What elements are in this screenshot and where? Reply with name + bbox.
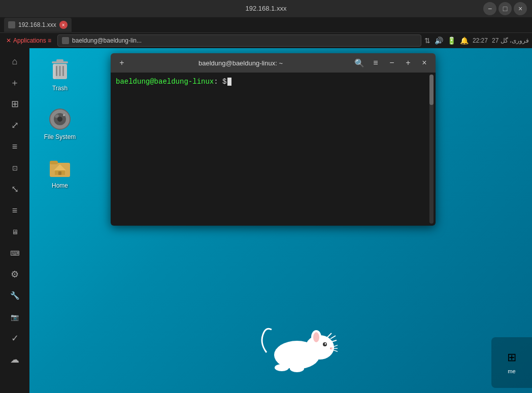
terminal-search-button[interactable]: 🔍 <box>352 56 367 70</box>
terminal-minimize-button[interactable]: − <box>385 56 399 70</box>
terminal-prompt: baeldung@baeldung-linux : $ <box>116 78 430 86</box>
sidebar: ⌂ ＋ ⊞ ⤢ ≡ ⊡ ⤡ ≡ 🖥 ⌨ ⚙ 🔧 📷 ✓ ☁ <box>0 48 29 393</box>
address-favicon <box>62 37 69 44</box>
svg-line-29 <box>327 333 331 337</box>
sidebar-camera-button[interactable]: 📷 <box>5 308 25 326</box>
svg-point-27 <box>275 364 289 371</box>
nav-bar: ✕ Applications ≡ baeldung@baeldung-lin..… <box>0 32 532 48</box>
close-button[interactable]: × <box>514 2 527 15</box>
main-content: ⌂ ＋ ⊞ ⤢ ≡ ⊡ ⤡ ≡ 🖥 ⌨ ⚙ 🔧 📷 ✓ ☁ <box>0 48 532 393</box>
minimize-button[interactable]: − <box>483 2 496 15</box>
terminal-cursor <box>227 78 231 86</box>
sidebar-select-button[interactable]: ⊡ <box>5 159 25 177</box>
trash-icon <box>49 58 71 83</box>
svg-rect-1 <box>56 59 63 62</box>
svg-point-28 <box>290 365 304 372</box>
filesystem-label: File System <box>44 133 76 140</box>
battery-icon: 🔋 <box>447 37 456 45</box>
tab-close-button[interactable]: × <box>59 21 68 29</box>
network-icon: ⇅ <box>424 37 430 45</box>
mouse-mascot-svg <box>256 322 338 373</box>
svg-rect-6 <box>53 64 56 79</box>
svg-point-20 <box>313 332 319 342</box>
home-icon-img <box>48 156 72 180</box>
address-bar[interactable]: baeldung@baeldung-lin... <box>57 34 421 47</box>
terminal-body[interactable]: baeldung@baeldung-linux : $ <box>111 73 436 226</box>
terminal-titlebar: + baeldung@baeldung-linux: ~ 🔍 ≡ − + × <box>111 53 436 73</box>
tab-bar: 192.168.1.xxx × <box>0 17 532 32</box>
terminal-title: baeldung@baeldung-linux: ~ <box>133 59 348 67</box>
svg-point-22 <box>325 343 326 345</box>
sidebar-cloud-button[interactable]: ☁ <box>5 350 25 369</box>
window-controls: − □ × <box>483 2 527 15</box>
applications-button[interactable]: ✕ Applications ≡ <box>3 36 54 45</box>
tab-favicon <box>8 21 15 28</box>
trash-icon-img <box>48 58 72 83</box>
filesystem-icon <box>49 108 71 130</box>
terminal-scrollbar[interactable] <box>429 75 434 224</box>
desktop-icon-filesystem[interactable]: File System <box>40 107 80 140</box>
browser-tab[interactable]: 192.168.1.xxx × <box>4 18 72 32</box>
svg-rect-3 <box>56 66 57 76</box>
filesystem-icon-img <box>48 107 72 131</box>
sidebar-display-button[interactable]: 🖥 <box>5 223 25 241</box>
svg-point-10 <box>63 114 65 116</box>
sidebar-menu-button[interactable]: ≡ <box>5 137 25 156</box>
sidebar-check-button[interactable]: ✓ <box>5 329 25 347</box>
mouse-mascot <box>256 322 338 373</box>
address-text: baeldung@baeldung-lin... <box>72 37 142 44</box>
terminal-close-button[interactable]: × <box>417 56 431 70</box>
svg-point-9 <box>57 117 62 122</box>
sidebar-fullscreen-button[interactable]: ⤢ <box>5 116 25 134</box>
panel-grid-icon: ⊞ <box>507 351 516 364</box>
terminal-scrollbar-thumb <box>429 75 434 105</box>
window-title: 192.168.1.xxx <box>246 5 287 12</box>
terminal-menu-button[interactable]: ≡ <box>369 56 383 70</box>
applications-label: Applications ≡ <box>13 37 51 44</box>
tab-label: 192.168.1.xxx <box>18 21 56 28</box>
svg-rect-16 <box>58 171 61 175</box>
desktop-icon-trash[interactable]: Trash <box>40 58 80 92</box>
nav-right: ⇅ 🔊 🔋 🔔 22:27 27 فروری، گل <box>424 37 529 45</box>
panel-me-label: me <box>508 368 515 374</box>
date-display: 27 فروری، گل <box>492 37 529 44</box>
desktop-icon-home[interactable]: Home <box>40 156 80 189</box>
svg-rect-4 <box>59 66 61 76</box>
prompt-symbol: : $ <box>214 78 226 86</box>
svg-line-31 <box>331 340 337 342</box>
home-label: Home <box>52 182 68 189</box>
terminal-new-tab-button[interactable]: + <box>115 56 129 70</box>
bell-icon: 🔔 <box>460 37 469 45</box>
home-icon <box>49 157 71 179</box>
maximize-button[interactable]: □ <box>498 2 512 15</box>
desktop: Trash <box>29 48 532 393</box>
browser-chrome: 192.168.1.xxx − □ × 192.168.1.xxx × ✕ Ap… <box>0 0 532 48</box>
prompt-user: baeldung@baeldung-linux <box>116 78 214 86</box>
terminal-window: + baeldung@baeldung-linux: ~ 🔍 ≡ − + × b… <box>111 53 436 226</box>
svg-rect-5 <box>62 66 64 76</box>
sidebar-wrench-button[interactable]: 🔧 <box>5 287 25 305</box>
sidebar-add-button[interactable]: ＋ <box>5 74 25 92</box>
sidebar-resize-button[interactable]: ⤡ <box>5 180 25 198</box>
trash-label: Trash <box>52 85 68 92</box>
terminal-maximize-button[interactable]: + <box>401 56 415 70</box>
volume-icon: 🔊 <box>435 37 443 45</box>
sidebar-overview-button[interactable]: ⊞ <box>5 95 25 113</box>
svg-line-30 <box>330 336 336 339</box>
title-bar: 192.168.1.xxx − □ × <box>0 0 532 17</box>
clock-display: 22:27 <box>473 37 488 44</box>
desktop-icons: Trash <box>40 58 80 189</box>
bottom-right-panel: ⊞ me <box>491 337 532 388</box>
sidebar-settings-button[interactable]: ⚙ <box>5 265 25 283</box>
sidebar-keyboard-button[interactable]: ⌨ <box>5 244 25 262</box>
terminal-icons: 🔍 ≡ − + × <box>352 56 431 70</box>
sidebar-home-button[interactable]: ⌂ <box>5 52 25 70</box>
sidebar-list-button[interactable]: ≡ <box>5 201 25 220</box>
svg-rect-13 <box>50 161 58 164</box>
